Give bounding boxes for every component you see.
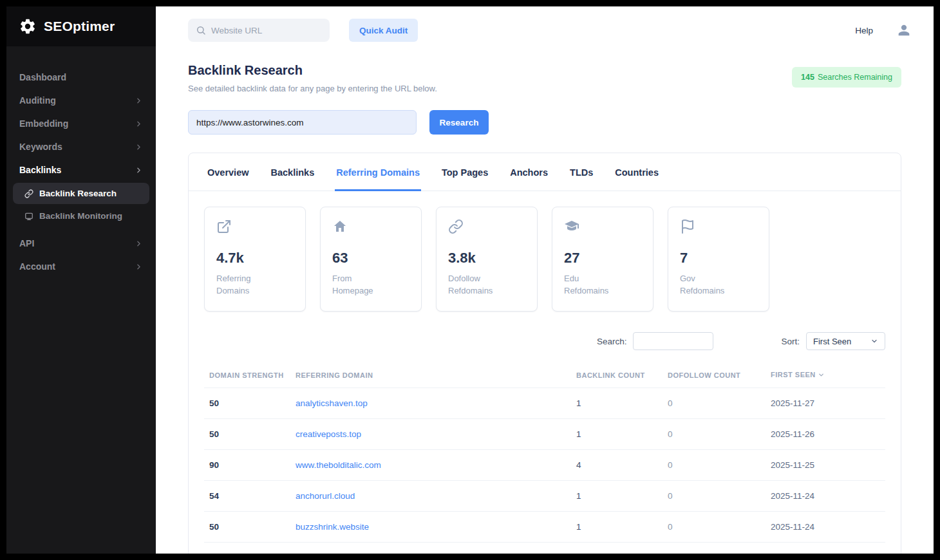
chevron-right-icon (135, 263, 143, 271)
sidebar-item-auditing[interactable]: Auditing (6, 89, 156, 112)
domain-strength-cell: 50 (204, 387, 290, 418)
tab-tlds[interactable]: TLDs (569, 153, 594, 191)
table-row: 90 www.thebolditalic.com 4 0 2025-11-25 (204, 449, 885, 480)
sidebar: SEOptimer Dashboard Auditing Embedding K… (6, 6, 156, 554)
sidebar-item-account[interactable]: Account (6, 255, 156, 278)
referring-domain-link[interactable]: www.thebolditalic.com (296, 460, 381, 470)
sort-label: Sort: (781, 337, 800, 346)
stat-value: 4.7k (216, 250, 294, 266)
link-icon (448, 219, 525, 234)
stat-card-gov-refdomains: 7 Gov Refdomains (668, 207, 769, 312)
topbar: Quick Audit Help (156, 6, 934, 54)
col-header-first-seen[interactable]: First Seen (766, 363, 885, 387)
sidebar-item-backlink-monitoring[interactable]: Backlink Monitoring (13, 205, 149, 227)
stat-label: Referring Domains (216, 273, 294, 297)
tab-referring-domains[interactable]: Referring Domains (335, 153, 421, 191)
table-search-input[interactable] (633, 332, 713, 350)
tab-overview[interactable]: Overview (206, 153, 250, 191)
sidebar-item-embedding[interactable]: Embedding (6, 112, 156, 135)
sidebar-item-dashboard[interactable]: Dashboard (6, 66, 156, 89)
dofollow-count-cell: 0 (663, 418, 766, 449)
external-link-icon (216, 219, 294, 234)
domain-strength-cell: 50 (204, 418, 290, 449)
chevron-right-icon (135, 166, 143, 174)
url-row: Research (188, 110, 901, 135)
referring-domain-link[interactable]: creativeposts.top (296, 429, 361, 439)
chevron-right-icon (135, 239, 143, 248)
app-window: SEOptimer Dashboard Auditing Embedding K… (0, 0, 940, 560)
sidebar-item-label: Backlinks (19, 165, 61, 175)
stat-value: 27 (564, 250, 641, 266)
first-seen-cell: 2025-11-24 (766, 511, 885, 542)
col-header-dofollow-count[interactable]: Dofollow Count (663, 363, 766, 387)
sidebar-item-backlinks[interactable]: Backlinks (6, 158, 156, 182)
table-row: 50 buzzshrink.website 1 0 2025-11-24 (204, 511, 885, 542)
sidebar-item-label: Auditing (19, 95, 56, 106)
chevron-right-icon (135, 97, 143, 105)
backlink-count-cell: 1 (571, 480, 663, 511)
main-area: Quick Audit Help Backlink Research See d… (156, 6, 934, 554)
col-header-domain-strength[interactable]: Domain Strength (204, 363, 290, 387)
sidebar-subitem-label: Backlink Monitoring (39, 211, 122, 221)
page-head: Backlink Research See detailed backlink … (188, 63, 901, 93)
sort-select-value: First Seen (813, 337, 851, 346)
tab-top-pages[interactable]: Top Pages (440, 153, 489, 191)
sidebar-item-label: Embedding (19, 118, 68, 129)
backlink-count-cell: 1 (571, 511, 663, 542)
quick-audit-button[interactable]: Quick Audit (349, 19, 418, 42)
stat-label: Edu Refdomains (564, 273, 641, 297)
referring-domain-cell: anchorurl.cloud (290, 480, 571, 511)
logo[interactable]: SEOptimer (6, 6, 156, 46)
search-icon (196, 25, 206, 35)
referring-domain-link[interactable]: buzzshrink.website (296, 522, 369, 532)
dofollow-count-cell: 0 (663, 387, 766, 418)
table-row: 50 analyticshaven.top 1 0 2025-11-27 (204, 387, 885, 418)
referring-domain-link[interactable]: analyticshaven.top (296, 398, 368, 408)
help-link[interactable]: Help (855, 26, 873, 35)
referring-domain-link[interactable]: anchorurl.cloud (296, 491, 355, 501)
first-seen-cell: 2025-11-26 (766, 418, 885, 449)
sidebar-item-keywords[interactable]: Keywords (6, 135, 156, 158)
tab-bar: Overview Backlinks Referring Domains Top… (189, 153, 901, 191)
table-row: 54 anchorurl.cloud 1 0 2025-11-24 (204, 480, 885, 511)
sidebar-item-api[interactable]: API (6, 232, 156, 255)
link-icon (24, 189, 33, 198)
sort-select[interactable]: First Seen (806, 332, 885, 350)
backlink-count-cell: 1 (571, 418, 663, 449)
sidebar-subitem-label: Backlink Research (39, 189, 117, 198)
domain-strength-cell: 54 (204, 480, 290, 511)
backlink-count-cell: 4 (571, 449, 663, 480)
sort-group: Sort: First Seen (781, 332, 885, 350)
col-header-referring-domain[interactable]: Referring Domain (290, 363, 571, 387)
domain-strength-cell: 90 (204, 449, 290, 480)
chevron-right-icon (135, 120, 143, 128)
tab-panel-referring-domains: 4.7k Referring Domains 63 (189, 191, 901, 554)
sidebar-nav: Dashboard Auditing Embedding Keywords Ba… (6, 66, 156, 278)
chevron-down-icon (870, 337, 878, 345)
stat-value: 7 (680, 250, 757, 266)
research-button[interactable]: Research (429, 110, 489, 135)
referring-domain-cell: creativeposts.top (290, 418, 571, 449)
table-controls: Search: Sort: First Seen (204, 332, 885, 350)
tab-backlinks[interactable]: Backlinks (270, 153, 316, 191)
seoptimer-gear-icon (18, 17, 37, 36)
website-url-input[interactable] (211, 26, 325, 35)
stat-card-dofollow-refdomains: 3.8k Dofollow Refdomains (436, 207, 538, 312)
website-url-search[interactable] (188, 19, 330, 42)
searches-remaining-count: 145 (801, 73, 814, 82)
tab-countries[interactable]: Countries (614, 153, 660, 191)
user-avatar-icon[interactable] (898, 24, 910, 37)
backlinks-subnav: Backlink Research Backlink Monitoring (13, 183, 149, 227)
search-label: Search: (597, 337, 627, 346)
tab-anchors[interactable]: Anchors (509, 153, 549, 191)
sidebar-item-label: Account (19, 261, 55, 272)
logo-text: SEOptimer (44, 19, 115, 34)
stat-value: 63 (332, 250, 409, 266)
home-icon (332, 219, 409, 234)
col-header-backlink-count[interactable]: Backlink Count (571, 363, 663, 387)
stat-value: 3.8k (448, 250, 525, 266)
first-seen-cell: 2025-11-27 (766, 387, 885, 418)
searches-remaining-label: Searches Remaining (818, 73, 892, 82)
backlink-url-input[interactable] (188, 110, 417, 135)
sidebar-item-backlink-research[interactable]: Backlink Research (13, 183, 149, 204)
